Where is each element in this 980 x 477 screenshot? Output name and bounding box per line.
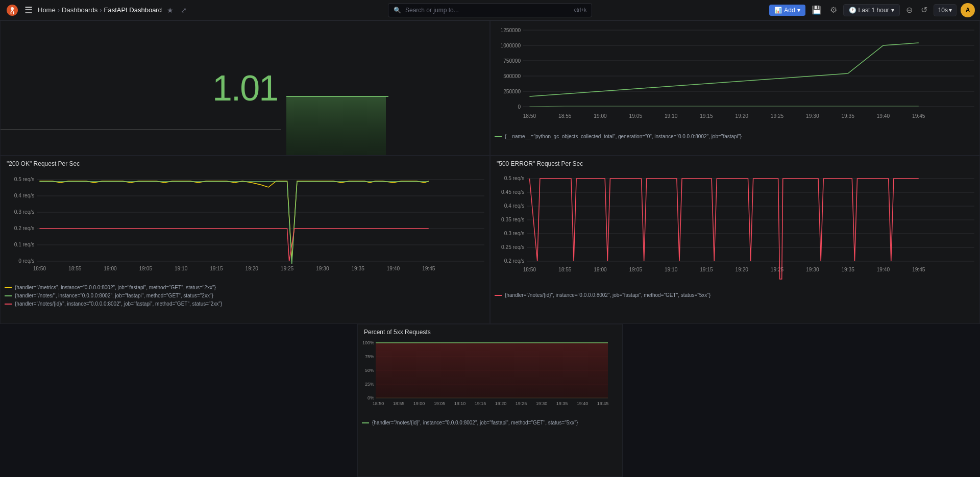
percent-5xx-legend: {handler="/notes/{id}", instance="0.0.0.…: [358, 417, 622, 430]
svg-text:19:10: 19:10: [665, 267, 678, 272]
search-bar[interactable]: 🔍 Search or jump to... ctrl+k: [388, 3, 592, 17]
svg-text:18:50: 18:50: [523, 267, 536, 272]
topbar-right: 📊 Add ▾ 💾 ⚙ 🕐 Last 1 hour ▾ ⊖ ↺ 10s ▾ A: [654, 3, 975, 17]
search-icon: 🔍: [394, 7, 401, 14]
breadcrumb-dashboards[interactable]: Dashboards: [62, 6, 97, 14]
avatar[interactable]: A: [961, 3, 975, 17]
topbar-center: 🔍 Search or jump to... ctrl+k: [330, 3, 650, 17]
svg-text:750000: 750000: [503, 58, 521, 64]
request-500-legend-item: {handler="/notes/{id}", instance="0.0.0.…: [495, 291, 975, 299]
add-label: Add: [784, 7, 795, 14]
svg-text:18:50: 18:50: [33, 266, 46, 271]
time-range-label: Last 1 hour: [859, 7, 889, 14]
gc-legend-text: {__name__="python_gc_objects_collected_t…: [505, 133, 742, 141]
dashboard-grid: 1.01 1250000 1000000 750000 500000 25: [0, 20, 980, 477]
save-button[interactable]: 💾: [810, 3, 824, 17]
svg-text:0.5 req/s: 0.5 req/s: [14, 177, 35, 182]
request-200-title: "200 OK" Request Per Sec: [1, 156, 489, 169]
svg-text:0 req/s: 0 req/s: [18, 258, 34, 264]
svg-text:19:15: 19:15: [700, 267, 713, 272]
time-range-button[interactable]: 🕐 Last 1 hour ▾: [843, 4, 900, 16]
hamburger-button[interactable]: ☰: [22, 3, 35, 18]
interval-chevron-icon: ▾: [949, 7, 952, 14]
svg-text:19:35: 19:35: [556, 401, 568, 406]
share-button[interactable]: ⤢: [179, 4, 189, 16]
topbar-left: ☰ Home › Dashboards › FastAPI Dashboard …: [5, 3, 326, 18]
request-500-chart: 0.5 req/s 0.45 req/s 0.4 req/s 0.35 req/…: [491, 169, 979, 289]
request-200-legend-item-1: {handler="/metrics", instance="0.0.0.0:8…: [5, 284, 485, 292]
svg-text:19:20: 19:20: [246, 266, 259, 271]
svg-text:0.3 req/s: 0.3 req/s: [504, 231, 525, 236]
svg-text:19:45: 19:45: [597, 401, 609, 406]
svg-text:500000: 500000: [503, 73, 521, 79]
svg-text:19:45: 19:45: [422, 266, 435, 271]
svg-text:19:00: 19:00: [594, 267, 607, 272]
interval-label: 10s: [938, 7, 948, 14]
svg-text:19:10: 19:10: [175, 266, 188, 271]
grafana-logo: [5, 3, 19, 17]
bottom-row: Percent of 5xx Requests 100% 75%: [0, 324, 980, 477]
svg-rect-3: [286, 96, 386, 155]
svg-text:19:30: 19:30: [536, 401, 548, 406]
svg-text:19:00: 19:00: [413, 401, 425, 406]
svg-text:0.35 req/s: 0.35 req/s: [501, 217, 524, 222]
svg-text:19:15: 19:15: [475, 401, 486, 406]
percent-5xx-chart: 100% 75% 50% 25% 0% 18:50 18:55 19:00 19…: [358, 338, 613, 417]
svg-text:19:20: 19:20: [736, 267, 749, 272]
time-range-chevron-icon: ▾: [891, 7, 894, 14]
refresh-button[interactable]: ↺: [919, 3, 929, 17]
request-200-chart: 0.5 req/s 0.4 req/s 0.3 req/s 0.2 req/s …: [1, 169, 489, 282]
svg-text:25%: 25%: [365, 382, 374, 387]
svg-text:19:45: 19:45: [912, 267, 925, 272]
svg-text:18:55: 18:55: [558, 267, 572, 272]
request-200-legend-item-3: {handler="/notes/{id}/", instance="0.0.0…: [5, 300, 485, 308]
svg-text:19:00: 19:00: [594, 113, 607, 119]
request-200-panel: "200 OK" Request Per Sec 0.5 req/s 0.4 r…: [0, 156, 490, 324]
svg-text:19:35: 19:35: [841, 267, 854, 272]
svg-text:100%: 100%: [362, 340, 374, 345]
add-chevron-icon: ▾: [797, 7, 800, 14]
percent-5xx-legend-item: {handler="/notes/{id}", instance="0.0.0.…: [362, 419, 618, 427]
settings-button[interactable]: ⚙: [828, 3, 839, 17]
stat-sparkline: [1, 94, 388, 155]
gc-legend: {__name__="python_gc_objects_collected_t…: [491, 131, 979, 144]
svg-text:0.1 req/s: 0.1 req/s: [14, 242, 35, 247]
svg-text:19:25: 19:25: [516, 401, 527, 406]
svg-text:19:30: 19:30: [316, 266, 329, 271]
svg-text:18:50: 18:50: [523, 113, 536, 119]
breadcrumb-sep-1: ›: [58, 6, 60, 14]
gc-legend-item: {__name__="python_gc_objects_collected_t…: [495, 133, 975, 141]
request-200-legend-item-2: {handler="/notes/", instance="0.0.0.0:80…: [5, 292, 485, 300]
zoom-out-button[interactable]: ⊖: [904, 3, 915, 17]
svg-text:0.45 req/s: 0.45 req/s: [501, 189, 524, 195]
breadcrumb-sep-2: ›: [100, 6, 102, 14]
svg-text:1000000: 1000000: [500, 43, 521, 48]
svg-text:18:50: 18:50: [373, 401, 384, 406]
request-500-legend-text: {handler="/notes/{id}", instance="0.0.0.…: [505, 291, 710, 299]
breadcrumb-home[interactable]: Home: [38, 6, 56, 14]
search-shortcut: ctrl+k: [574, 7, 586, 13]
svg-text:19:40: 19:40: [877, 113, 890, 119]
gc-chart: 1250000 1000000 750000 500000 250000 0 1…: [491, 21, 979, 131]
interval-button[interactable]: 10s ▾: [934, 4, 957, 16]
percent-5xx-legend-text: {handler="/notes/{id}", instance="0.0.0.…: [372, 419, 578, 427]
svg-text:19:05: 19:05: [629, 267, 643, 272]
svg-text:19:10: 19:10: [665, 113, 678, 119]
svg-text:0.4 req/s: 0.4 req/s: [14, 193, 35, 198]
svg-text:19:45: 19:45: [912, 113, 925, 119]
svg-text:75%: 75%: [365, 354, 374, 359]
breadcrumb-current: FastAPI Dashboard: [104, 6, 161, 14]
stat-panel: 1.01: [0, 20, 490, 156]
topbar: ☰ Home › Dashboards › FastAPI Dashboard …: [0, 0, 980, 20]
star-button[interactable]: ★: [165, 4, 176, 16]
request-200-legend: {handler="/metrics", instance="0.0.0.0:8…: [1, 282, 489, 311]
svg-text:19:40: 19:40: [877, 267, 890, 272]
svg-text:0.3 req/s: 0.3 req/s: [14, 209, 35, 215]
svg-text:19:25: 19:25: [281, 266, 294, 271]
svg-text:19:05: 19:05: [434, 401, 446, 406]
svg-text:19:40: 19:40: [387, 266, 400, 271]
svg-text:0.25 req/s: 0.25 req/s: [501, 244, 524, 250]
legend-color-red-500: [495, 295, 502, 296]
search-placeholder: Search or jump to...: [405, 7, 459, 14]
add-button[interactable]: 📊 Add ▾: [769, 5, 805, 16]
